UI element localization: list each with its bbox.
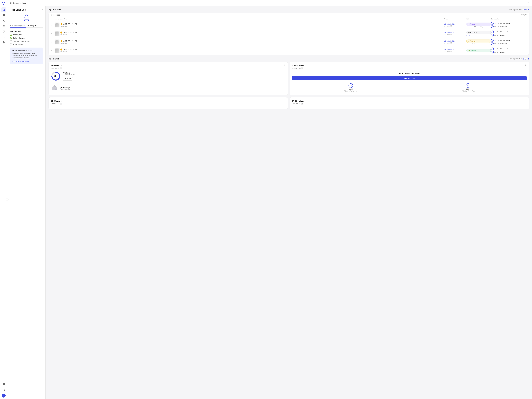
start-next-btn[interactable]: Start next print	[292, 76, 527, 80]
sidebar: JD ›	[0, 0, 7, 399]
job-name-2: U UMS5_TT_CC04_PE...	[60, 40, 78, 42]
printer-file-user-0: Vishnu Anantha	[60, 88, 285, 90]
config-row-2b: ⊙ BB 0.4 Natural PVA	[491, 42, 523, 45]
config-block-2: ⊙ AA 0.4 Ultimaker natural.... ⊙ BB 0.4 …	[491, 39, 523, 45]
sidebar-item-tools[interactable]	[1, 18, 6, 23]
printer-card-model-0: Ultimaker S5 🖨	[51, 67, 285, 69]
printers-show-all[interactable]: Show all	[523, 58, 529, 60]
filament-material-0: Ultimaker Yellow PLA	[344, 90, 357, 92]
printer-link-0[interactable]: UM- Studio-001	[444, 23, 466, 25]
checklist-item-label-1: Invite colleagues	[13, 37, 25, 39]
user-avatar[interactable]: JD	[2, 393, 6, 398]
filament-slot-icon-1: ②	[466, 83, 470, 88]
expand-icon-0[interactable]: ∨	[51, 24, 55, 26]
printer-link-1[interactable]: UM- Studio-001	[444, 32, 466, 33]
job-more-btn-2[interactable]: ⋮	[523, 41, 527, 43]
breadcrumb-company[interactable]: Heineken	[13, 2, 19, 4]
printer-type-icon-2: 🖨	[60, 103, 62, 105]
checklist-item-1: ✅ Invite colleagues	[10, 37, 43, 39]
panel-close-btn[interactable]: ×	[42, 8, 44, 10]
sidebar-item-jobs[interactable]	[1, 29, 6, 34]
start-link-1[interactable]: Start	[466, 34, 491, 36]
printer-card-more-3[interactable]: ⋮	[525, 100, 527, 102]
print-jobs-show-all[interactable]: Show all	[523, 9, 529, 11]
svg-rect-4	[3, 14, 3, 15]
main-area: Heineken / Home ⋮ × Hello Jane Doe	[7, 0, 532, 399]
job-name-0: U UMS5_TT_CC04_PE...	[60, 23, 78, 25]
expand-icon-3[interactable]: ∨	[51, 50, 55, 51]
printer-link-2[interactable]: UM- Studio-001	[444, 40, 466, 42]
topbar-more[interactable]: ⋮	[527, 2, 530, 4]
printer-file-row-0: Big truck.ufp Vishnu Anantha	[51, 83, 285, 92]
printer-card-more-1[interactable]: ⋮	[525, 64, 527, 67]
job-more-btn-3[interactable]: ⋮	[523, 49, 527, 52]
pause-icon: ⏸	[64, 78, 66, 80]
job-name-block-2: U UMS5_TT_CC04_PE... 2h 36m	[60, 40, 78, 44]
printer-card-more-0[interactable]: ⋮	[283, 64, 285, 67]
status-badge-2: ⚠ Attention	[466, 39, 491, 43]
printer-block-1: UM- Studio-001 Ultimaker S5	[444, 32, 466, 35]
job-name-block-3: U UMS5_TT_CC04_PE... 2h 36m	[60, 49, 78, 52]
sidebar-nav	[1, 7, 6, 382]
expand-icon-1[interactable]: ∨	[51, 32, 55, 34]
app-logo	[2, 1, 6, 6]
printer-card-model-1: Ultimaker S5 🖨	[292, 67, 527, 69]
config-icon-1b: ⊙	[491, 34, 494, 37]
status-col-1: Ready to print Start	[466, 31, 491, 36]
printer-card-header-3: ST-S5-grabme ⋮	[292, 100, 527, 102]
sidebar-item-grid[interactable]	[1, 382, 6, 387]
sidebar-item-library[interactable]	[1, 13, 6, 18]
progress-bar-bg	[10, 27, 43, 28]
col-printer: Printer	[444, 18, 466, 20]
printer-card-name-2: ST-S5-grabme	[51, 100, 63, 102]
config-icon-0a: ⊙	[491, 22, 494, 25]
status-badge-1: Ready to print	[466, 31, 491, 34]
print-jobs-meta: Showing up 4 of 50 Show all	[509, 9, 529, 11]
sidebar-item-history[interactable]	[1, 24, 6, 29]
printer-card-header-0: ST-S5-grabme ⋮	[51, 64, 285, 67]
sidebar-item-help[interactable]	[1, 388, 6, 393]
printer-card-2: ST-S5-grabme ⋮ Ultimaker S5 🖨	[49, 97, 288, 109]
printer-card-more-2[interactable]: ⋮	[283, 100, 285, 102]
svg-marker-34	[55, 85, 57, 87]
sidebar-item-home[interactable]	[1, 7, 6, 12]
job-thumbnail-0	[55, 23, 59, 27]
col-name: Print job name / Time	[55, 18, 444, 20]
config-row-2a: ⊙ AA 0.4 Ultimaker natural....	[491, 39, 523, 42]
printer-type-icon-0: 🖨	[60, 67, 62, 69]
sidebar-item-settings[interactable]	[1, 40, 6, 45]
print-jobs-header: My Print Jobs Showing up 4 of 50 Show al…	[49, 9, 529, 11]
config-icon-2b: ⊙	[491, 42, 494, 45]
sidebar-collapse-btn[interactable]: ›	[6, 198, 8, 201]
pause-button-0[interactable]: ⏸ Pause	[63, 77, 73, 81]
paused-section: PRINT QUEUE PAUSED Start next print ① AA…	[292, 71, 527, 93]
printers-showing: Showing up 6 of 22	[509, 58, 522, 60]
filament-item-1: ② BB 0.4 Ultimaker Yellow PLA	[462, 83, 475, 92]
printer-link-3[interactable]: UM- Studio-001	[444, 49, 466, 51]
config-row-0b: ⊙ BB 0.4 Natural PVA	[491, 25, 523, 28]
checklist-item-3[interactable]: Setup a team	[10, 43, 43, 45]
svg-rect-18	[3, 385, 3, 385]
col-config: Configuration	[491, 18, 523, 20]
breadcrumb-current: Home	[22, 2, 26, 4]
printer-block-3: UM- Studio-001 Ultimaker S5	[444, 49, 466, 52]
svg-point-15	[3, 42, 4, 43]
job-user-icon-1: U	[60, 32, 63, 33]
sidebar-item-team[interactable]	[1, 34, 6, 39]
breadcrumb: Heineken / Home	[10, 2, 26, 4]
config-row-1a: ⊙ AA 0.4 Ultimaker natural....	[491, 31, 523, 33]
job-info-2: U UMS5_TT_CC04_PE... 2h 36m	[55, 39, 444, 44]
printer-time-label-0: 2h 23m remaining	[63, 74, 285, 76]
help-link[interactable]: Visit UltiMaker Academy ↗	[12, 60, 29, 62]
job-time-1: 2h 36m	[60, 34, 78, 35]
breadcrumb-company-icon	[10, 2, 12, 4]
check-pending-icon-3	[10, 43, 12, 45]
printer-status-label-0: Printing	[63, 72, 285, 74]
job-more-btn-0[interactable]: ⋮	[523, 24, 527, 26]
checklist-item-2[interactable]: Create a Library Project	[10, 40, 43, 42]
job-more-btn-1[interactable]: ⋮	[523, 32, 527, 35]
expand-icon-2[interactable]: ∨	[51, 41, 55, 43]
printers-title: My Printers	[49, 58, 59, 60]
svg-point-3	[3, 4, 4, 5]
printer-model-3: Ultimaker S5	[444, 51, 466, 52]
